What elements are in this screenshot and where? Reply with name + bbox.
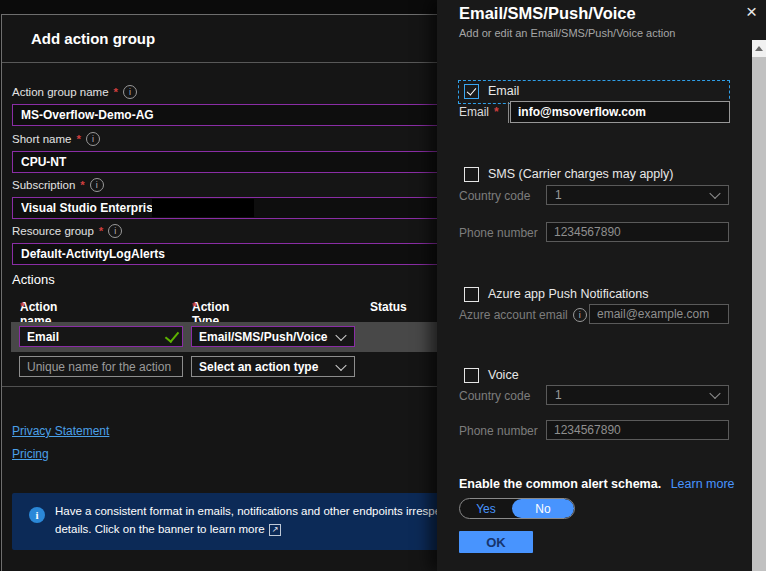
subscription-label: Subscription xyxy=(12,179,75,191)
email-sms-push-voice-panel: Email/SMS/Push/Voice Add or edit an Emai… xyxy=(437,0,766,571)
action-group-name-label: Action group name xyxy=(12,86,109,98)
external-link-icon: ↗ xyxy=(269,524,282,536)
pricing-link[interactable]: Pricing xyxy=(12,447,49,461)
azure-account-email-input[interactable] xyxy=(589,304,729,324)
field-separator xyxy=(508,102,509,123)
azure-portal-page: Add action group Action group name * i S… xyxy=(0,0,766,571)
scroll-up-arrow-icon xyxy=(755,46,763,51)
resource-group-label: Resource group xyxy=(12,225,94,237)
new-action-name-input[interactable] xyxy=(19,356,183,377)
sms-checkbox[interactable] xyxy=(464,167,479,182)
voice-phone-number-input[interactable] xyxy=(546,420,729,440)
azure-account-email-label: Azure account email xyxy=(459,308,568,322)
required-asterisk: * xyxy=(494,105,499,119)
email-checkbox[interactable] xyxy=(464,84,479,99)
chevron-down-icon xyxy=(709,388,720,399)
push-checkbox[interactable] xyxy=(464,287,479,302)
required-asterisk: * xyxy=(20,300,25,314)
panel-scrollbar[interactable] xyxy=(752,40,766,571)
voice-country-code-dropdown[interactable]: 1 xyxy=(546,385,729,405)
required-asterisk: * xyxy=(99,225,103,237)
info-icon[interactable]: i xyxy=(90,178,104,192)
toggle-yes-option[interactable]: Yes xyxy=(460,499,512,518)
email-address-input[interactable] xyxy=(510,101,730,123)
voice-country-code-label: Country code xyxy=(459,389,530,403)
chevron-down-icon xyxy=(335,329,346,340)
required-asterisk: * xyxy=(192,300,197,314)
toggle-no-option[interactable]: No xyxy=(512,499,574,518)
short-name-label: Short name xyxy=(12,133,71,145)
common-alert-schema-label: Enable the common alert schema. xyxy=(459,477,661,491)
banner-line2: details. Click on the banner to learn mo… xyxy=(55,523,265,535)
sms-checkbox-label: SMS (Carrier charges may apply) xyxy=(488,167,673,181)
ok-button[interactable]: OK xyxy=(459,531,533,553)
required-asterisk: * xyxy=(76,133,80,145)
sms-phone-number-label: Phone number xyxy=(459,226,538,240)
info-icon[interactable]: i xyxy=(108,224,122,238)
panel-title: Email/SMS/Push/Voice xyxy=(459,4,636,23)
banner-line1: Have a consistent format in emails, noti… xyxy=(55,505,474,517)
voice-checkbox-label: Voice xyxy=(488,368,519,382)
new-action-type-dropdown[interactable]: Select an action type xyxy=(191,356,355,377)
voice-checkbox[interactable] xyxy=(464,368,479,383)
info-icon[interactable]: i xyxy=(573,308,587,322)
scroll-up-button[interactable] xyxy=(752,40,766,57)
required-asterisk: * xyxy=(80,179,84,191)
action-type-dropdown[interactable]: Email/SMS/Push/Voice xyxy=(191,326,355,347)
chevron-down-icon xyxy=(335,359,346,370)
required-asterisk: * xyxy=(114,86,118,98)
action-name-input[interactable] xyxy=(19,326,183,347)
checkmark-icon xyxy=(467,85,477,95)
sms-phone-number-input[interactable] xyxy=(546,222,729,242)
push-checkbox-label: Azure app Push Notifications xyxy=(488,287,649,301)
privacy-statement-link[interactable]: Privacy Statement xyxy=(12,424,109,438)
learn-more-link[interactable]: Learn more xyxy=(671,477,735,491)
actions-section-heading: Actions xyxy=(12,272,55,287)
panel-subtitle: Add or edit an Email/SMS/Push/Voice acti… xyxy=(459,27,675,39)
close-icon[interactable]: × xyxy=(746,2,757,22)
voice-phone-number-label: Phone number xyxy=(459,424,538,438)
info-icon[interactable]: i xyxy=(123,85,137,99)
common-alert-schema-toggle[interactable]: Yes No xyxy=(459,498,575,519)
column-status: Status xyxy=(370,300,407,314)
email-field-label: Email xyxy=(459,105,489,119)
info-banner-icon: i xyxy=(29,507,45,523)
email-checkbox-label: Email xyxy=(488,84,519,98)
info-icon[interactable]: i xyxy=(86,132,100,146)
sms-country-code-dropdown[interactable]: 1 xyxy=(546,185,729,205)
redaction-box xyxy=(152,199,254,217)
chevron-down-icon xyxy=(709,188,720,199)
sms-country-code-label: Country code xyxy=(459,189,530,203)
